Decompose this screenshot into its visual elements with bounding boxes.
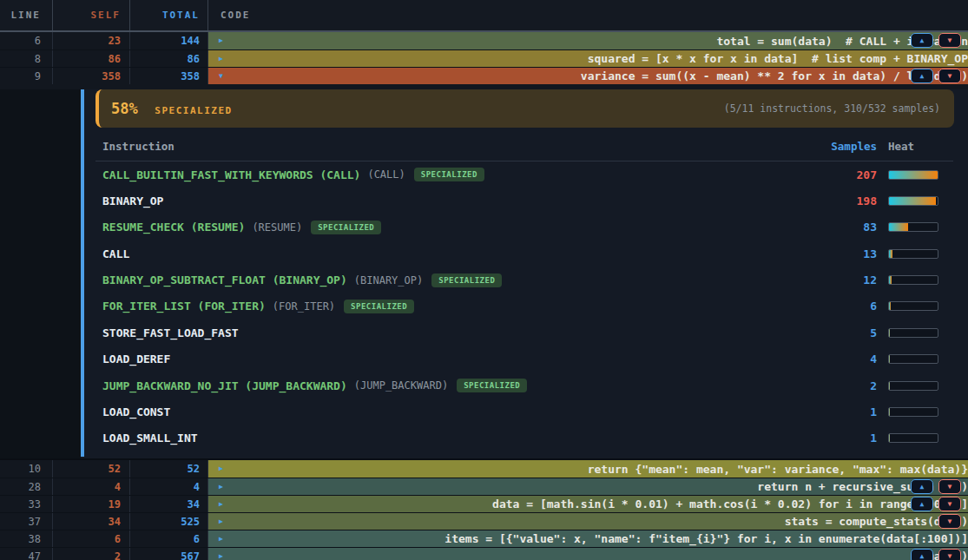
heat-column (877, 407, 953, 417)
heat-column (877, 222, 953, 232)
navigate-down-button[interactable]: ▼ (938, 514, 961, 529)
heat-bar (888, 249, 938, 259)
banner-left: 58% SPECIALIZED (111, 100, 233, 117)
instruction-info: LOAD_DEREF (102, 352, 816, 366)
code-rows-top: 623144▶ total = sum(data) # CALL + itera… (0, 32, 968, 84)
instruction-base-opcode: (BINARY_OP) (354, 274, 423, 287)
code-cell[interactable]: ▶ main()▲▼ (208, 548, 968, 560)
instruction-column-header: Instruction (102, 140, 816, 153)
specialized-badge: SPECIALIZED (344, 300, 414, 313)
heat-column-header: Heat (877, 140, 953, 153)
triangle-right-icon[interactable]: ▶ (219, 56, 223, 63)
triangle-right-icon[interactable]: ▶ (219, 37, 223, 44)
code-text: variance = sum((x - mean) ** 2 for x in … (554, 69, 968, 82)
samples-value: 2 (816, 379, 877, 392)
code-row-line-37: 3734525▶ stats = compute_stats(data)▼ (0, 512, 968, 530)
instruction-name: RESUME_CHECK (RESUME) (102, 221, 245, 234)
instruction-row: JUMP_BACKWARD_NO_JIT (JUMP_BACKWARD)(JUM… (95, 372, 953, 399)
instruction-row: BINARY_OP_SUBTRACT_FLOAT (BINARY_OP)(BIN… (95, 267, 953, 293)
code-row-line-33: 331934▶ data = [math.sin(i * 0.01) + mat… (0, 495, 968, 512)
heat-bar-fill (889, 382, 890, 390)
column-header-self: SELF (53, 0, 130, 30)
instruction-name: FOR_ITER_LIST (FOR_ITER) (102, 300, 266, 313)
triangle-right-icon[interactable]: ▶ (219, 501, 223, 508)
heat-bar-fill (889, 171, 938, 179)
code-rows-bottom: 105252▶ return {"mean": mean, "var": var… (0, 458, 968, 560)
heat-bar-fill (889, 250, 892, 258)
total-time-cell: 358 (130, 68, 208, 84)
code-cell[interactable]: ▼ variance = sum((x - mean) ** 2 for x i… (208, 68, 968, 84)
row-nav-buttons: ▼ (938, 514, 961, 529)
heat-bar-fill (889, 408, 890, 416)
navigate-down-button[interactable]: ▼ (938, 479, 961, 494)
instruction-info: FOR_ITER_LIST (FOR_ITER)(FOR_ITER)SPECIA… (102, 300, 816, 313)
instruction-info: LOAD_SMALL_INT (102, 432, 816, 445)
code-cell[interactable]: ▶ squared = [x * x for x in data] # list… (208, 50, 968, 67)
heat-bar-fill (889, 302, 891, 310)
instruction-row: LOAD_SMALL_INT1 (95, 425, 953, 451)
navigate-down-button[interactable]: ▼ (938, 69, 961, 83)
instruction-table: Instruction Samples Heat CALL_BUILTIN_FA… (95, 140, 953, 451)
heat-bar-fill (889, 434, 890, 442)
heat-bar (888, 275, 938, 285)
self-time-cell: 86 (53, 50, 130, 67)
specialization-banner: 58% SPECIALIZED (5/11 instructions, 310/… (95, 89, 954, 128)
specialized-badge: SPECIALIZED (414, 168, 484, 181)
self-time-cell: 52 (53, 460, 130, 478)
navigate-down-button[interactable]: ▼ (938, 549, 961, 560)
heat-column (877, 328, 953, 338)
row-nav-buttons: ▲▼ (911, 549, 961, 560)
triangle-down-icon[interactable]: ▼ (219, 73, 223, 80)
self-time-cell: 2 (53, 548, 130, 560)
instruction-table-header: Instruction Samples Heat (95, 140, 953, 161)
triangle-right-icon[interactable]: ▶ (219, 518, 223, 525)
heat-bar-fill (889, 223, 908, 231)
code-cell[interactable]: ▶ return {"mean": mean, "var": variance,… (208, 460, 968, 478)
code-cell[interactable]: ▶ return n + recursive_sum(n - 1)▲▼ (208, 478, 968, 495)
heat-bar-fill (889, 276, 892, 284)
total-time-cell: 144 (130, 32, 208, 49)
navigate-up-button[interactable]: ▲ (911, 479, 933, 494)
heat-bar-fill (889, 355, 890, 363)
triangle-right-icon[interactable]: ▶ (219, 536, 223, 543)
heat-column (877, 275, 953, 285)
samples-value: 83 (816, 221, 877, 234)
heat-column (877, 301, 953, 311)
code-cell[interactable]: ▶ total = sum(data) # CALL + iteration▲▼ (208, 32, 968, 49)
navigate-up-button[interactable]: ▲ (911, 549, 933, 560)
instruction-row: BINARY_OP198 (95, 188, 953, 214)
row-nav-buttons: ▲▼ (911, 69, 961, 83)
code-cell[interactable]: ▶ data = [math.sin(i * 0.01) + math.cos(… (208, 496, 968, 512)
samples-value: 1 (816, 405, 877, 418)
profiler-window: LINE SELF TOTAL CODE 623144▶ total = sum… (0, 0, 968, 560)
navigate-up-button[interactable]: ▲ (911, 69, 933, 83)
navigate-up-button[interactable]: ▲ (911, 33, 933, 48)
code-text: items = [{"value": x, "name": f"item_{i}… (391, 532, 968, 545)
column-header-code: CODE (208, 0, 968, 30)
instruction-info: BINARY_OP (102, 194, 816, 208)
triangle-right-icon[interactable]: ▶ (219, 484, 223, 491)
code-text: data = [math.sin(i * 0.01) + math.cos(i … (465, 497, 968, 511)
code-row-line-8: 88686▶ squared = [x * x for x in data] #… (0, 49, 968, 67)
self-time-cell: 358 (53, 68, 130, 84)
instruction-row: RESUME_CHECK (RESUME)(RESUME)SPECIALIZED… (95, 214, 953, 240)
code-cell[interactable]: ▶ stats = compute_stats(data)▼ (208, 513, 968, 530)
panel-gutter (0, 89, 81, 458)
column-header-total: TOTAL (130, 0, 208, 30)
heat-bar (888, 328, 938, 338)
triangle-right-icon[interactable]: ▶ (219, 553, 223, 560)
specialized-percent: 58% (111, 100, 138, 117)
line-number-cell: 28 (0, 478, 53, 495)
navigate-down-button[interactable]: ▼ (938, 33, 961, 48)
instruction-base-opcode: (CALL) (367, 168, 405, 181)
instruction-name: LOAD_SMALL_INT (102, 432, 198, 445)
heat-bar (888, 433, 938, 443)
triangle-right-icon[interactable]: ▶ (219, 465, 223, 472)
heat-bar (888, 222, 938, 232)
samples-value: 4 (816, 352, 877, 366)
instruction-base-opcode: (JUMP_BACKWARD) (354, 379, 448, 392)
navigate-up-button[interactable]: ▲ (911, 497, 933, 511)
instruction-info: BINARY_OP_SUBTRACT_FLOAT (BINARY_OP)(BIN… (102, 273, 816, 287)
code-cell[interactable]: ▶ items = [{"value": x, "name": f"item_{… (208, 530, 968, 547)
navigate-down-button[interactable]: ▼ (938, 497, 961, 511)
